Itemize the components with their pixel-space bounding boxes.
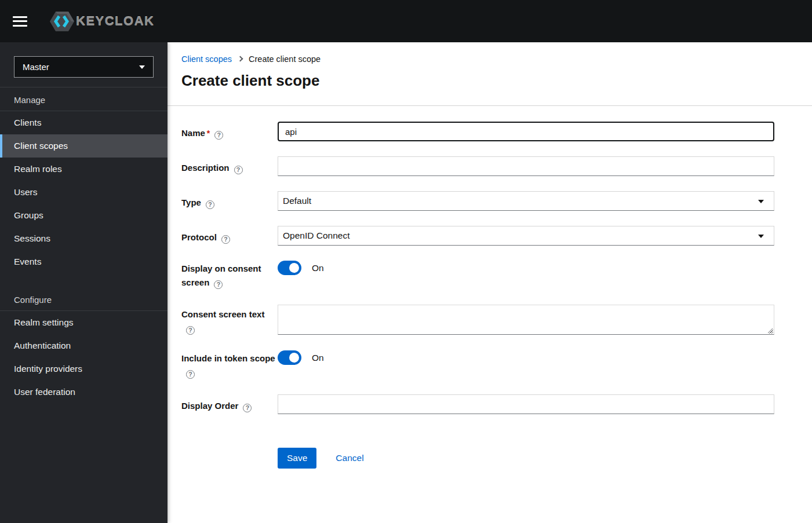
form-row-name: Name* (181, 122, 798, 141)
help-icon[interactable] (186, 326, 195, 335)
breadcrumb-current: Create client scope (249, 54, 321, 64)
form-row-include-in-token-scope: Include in token scope On (181, 350, 798, 379)
nav-section-title-configure: Configure (0, 287, 168, 311)
sidebar-item-authentication[interactable]: Authentication (0, 334, 168, 357)
caret-down-icon (758, 235, 764, 238)
sidebar-item-events[interactable]: Events (0, 250, 168, 273)
help-icon[interactable] (243, 404, 252, 412)
include-in-token-scope-label: Include in token scope (181, 350, 278, 379)
page-title: Create client scope (181, 71, 798, 90)
keycloak-logo[interactable]: KEYCLOAK (49, 10, 154, 33)
chevron-down-icon (139, 65, 145, 69)
help-icon[interactable] (221, 235, 230, 244)
form-row-protocol: Protocol OpenID Connect (181, 226, 798, 246)
name-label: Name* (181, 122, 278, 141)
description-input[interactable] (278, 156, 774, 176)
display-order-label: Display Order (181, 394, 278, 414)
sidebar-item-users[interactable]: Users (0, 181, 168, 204)
display-on-consent-toggle[interactable] (278, 261, 301, 275)
form-row-type: Type Default (181, 191, 798, 211)
sidebar-item-sessions[interactable]: Sessions (0, 227, 168, 250)
breadcrumb: Client scopes Create client scope (181, 54, 798, 64)
toggle-knob (289, 353, 299, 363)
keycloak-hexagon-icon (49, 10, 75, 33)
protocol-select-value: OpenID Connect (283, 231, 349, 241)
type-select[interactable]: Default (278, 191, 774, 211)
cancel-button[interactable]: Cancel (336, 453, 363, 463)
sidebar-item-realm-settings[interactable]: Realm settings (0, 311, 168, 334)
nav-section-title-manage: Manage (0, 87, 168, 111)
sidebar-item-clients[interactable]: Clients (0, 111, 168, 134)
chevron-right-icon (238, 56, 243, 62)
create-client-scope-form: Name* Description Type Default (168, 106, 812, 469)
toggle-knob (289, 263, 299, 273)
include-in-token-scope-toggle[interactable] (278, 350, 301, 365)
realm-selector[interactable]: Master (14, 56, 154, 78)
realm-selector-block: Master (0, 42, 168, 87)
consent-screen-text-input[interactable] (278, 305, 774, 335)
form-row-consent-screen-text: Consent screen text (181, 305, 798, 335)
sidebar: Master Manage Clients Client scopes Real… (0, 42, 168, 523)
sidebar-item-identity-providers[interactable]: Identity providers (0, 357, 168, 381)
required-asterisk: * (207, 129, 210, 138)
masthead: KEYCLOAK (0, 0, 812, 42)
help-icon[interactable] (206, 200, 214, 209)
consent-screen-text-label: Consent screen text (181, 305, 278, 335)
display-on-consent-state: On (312, 263, 324, 273)
form-row-description: Description (181, 156, 798, 176)
include-in-token-scope-state: On (312, 353, 324, 363)
type-label: Type (181, 191, 278, 211)
type-select-value: Default (283, 196, 311, 206)
help-icon[interactable] (214, 280, 223, 289)
save-button[interactable]: Save (278, 448, 316, 469)
main-content: Client scopes Create client scope Create… (168, 42, 812, 523)
help-icon[interactable] (186, 370, 195, 379)
help-icon[interactable] (234, 166, 243, 174)
sidebar-item-user-federation[interactable]: User federation (0, 381, 168, 404)
description-label: Description (181, 156, 278, 176)
name-input[interactable] (278, 122, 774, 141)
form-actions: Save Cancel (181, 429, 798, 469)
form-row-display-order: Display Order (181, 394, 798, 414)
sidebar-item-realm-roles[interactable]: Realm roles (0, 158, 168, 181)
nav-section-manage: Manage Clients Client scopes Realm roles… (0, 87, 168, 273)
nav-toggle-icon[interactable] (13, 14, 30, 28)
protocol-select[interactable]: OpenID Connect (278, 226, 774, 246)
breadcrumb-link-client-scopes[interactable]: Client scopes (181, 54, 232, 64)
page-header: Client scopes Create client scope Create… (168, 42, 812, 106)
protocol-label: Protocol (181, 226, 278, 246)
sidebar-item-groups[interactable]: Groups (0, 204, 168, 227)
display-order-input[interactable] (278, 394, 774, 414)
brand-wordmark: KEYCLOAK (76, 14, 154, 29)
sidebar-item-client-scopes[interactable]: Client scopes (0, 134, 168, 158)
nav-section-configure: Configure Realm settings Authentication … (0, 287, 168, 404)
caret-down-icon (758, 200, 764, 203)
help-icon[interactable] (214, 131, 223, 140)
form-row-display-on-consent: Display on consent screen On (181, 261, 798, 290)
display-on-consent-label: Display on consent screen (181, 261, 278, 290)
realm-selector-value: Master (23, 62, 49, 72)
